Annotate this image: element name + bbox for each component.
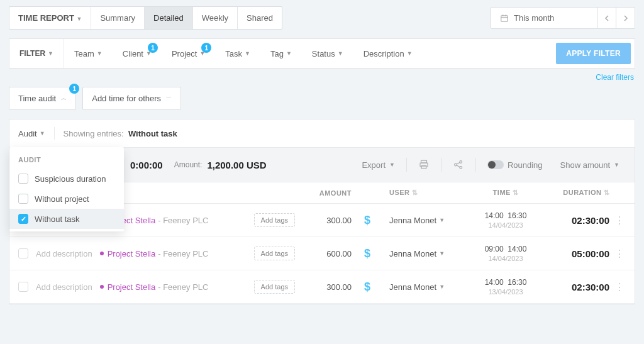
project-name[interactable]: Project Stella xyxy=(108,282,156,292)
chevron-down-icon: ▼ xyxy=(76,16,82,22)
share-icon xyxy=(453,159,464,170)
row-checkbox[interactable] xyxy=(18,248,28,258)
row-menu-button[interactable]: ⋮ xyxy=(609,214,628,226)
chevron-down-icon: ▼ xyxy=(614,162,619,168)
showing-entries: Showing entries: Without task xyxy=(64,129,177,138)
client-name: - Feeney PLC xyxy=(158,282,208,292)
export-button[interactable]: Export ▼ xyxy=(355,157,401,174)
audit-option-suspicious-duration[interactable]: Suspicious duration xyxy=(9,169,124,189)
duration-cell[interactable]: 02:30:00 xyxy=(547,282,609,292)
filter-status[interactable]: Status▼ xyxy=(302,39,353,68)
dollar-icon[interactable]: $ xyxy=(364,280,370,293)
date-range-button[interactable]: This month xyxy=(491,7,597,29)
user-cell[interactable]: Jenna Monet ▼ xyxy=(389,216,465,225)
add-time-label: Add time for others xyxy=(92,94,161,103)
showing-label: Showing entries: xyxy=(64,129,124,138)
svg-point-7 xyxy=(455,164,457,166)
filter-task[interactable]: Task▼ xyxy=(215,39,260,68)
col-user[interactable]: USER⇅ xyxy=(389,189,465,197)
filter-label-button[interactable]: FILTER ▼ xyxy=(9,39,64,68)
date-next-button[interactable] xyxy=(616,7,635,29)
tab-time-report[interactable]: TIME REPORT ▼ xyxy=(9,7,91,29)
time-audit-label: Time audit xyxy=(18,94,56,103)
date-range-label: This month xyxy=(514,13,554,23)
report-panel: Audit ▼ Showing entries: Without task AU… xyxy=(9,119,635,304)
table-row: Add description Project Stella - Feeney … xyxy=(9,237,635,270)
calendar-icon xyxy=(500,14,509,23)
audit-option-without-project[interactable]: Without project xyxy=(9,189,124,209)
filter-tag[interactable]: Tag▼ xyxy=(260,39,302,68)
tab-summary[interactable]: Summary xyxy=(91,7,145,29)
filter-label: FILTER xyxy=(19,49,45,58)
add-tags-button[interactable]: Add tags xyxy=(254,213,295,227)
add-time-for-others-button[interactable]: Add time for others ﹀ xyxy=(82,87,181,110)
chevron-down-icon: ▼ xyxy=(245,50,250,57)
time-audit-button[interactable]: Time audit ︿ 1 xyxy=(9,87,76,110)
description-input[interactable]: Add description xyxy=(36,249,92,258)
amount-cell: 300.00 xyxy=(295,282,364,292)
project-color-icon xyxy=(100,285,104,289)
report-tab-group: TIME REPORT ▼ Summary Detailed Weekly Sh… xyxy=(9,6,282,30)
rounding-toggle[interactable]: Rounding xyxy=(481,157,549,174)
audit-option-without-task[interactable]: Without task xyxy=(9,209,124,229)
chevron-down-icon: ▼ xyxy=(286,50,292,57)
audit-header-row: Audit ▼ Showing entries: Without task AU… xyxy=(9,119,635,148)
sort-icon: ⇅ xyxy=(513,189,519,196)
checkbox-checked-icon xyxy=(18,214,28,224)
clear-filters-link[interactable]: Clear filters xyxy=(596,73,634,82)
chevron-down-icon: ▼ xyxy=(338,50,343,57)
clear-filters-row: Clear filters xyxy=(9,69,635,82)
row-checkbox[interactable] xyxy=(18,282,28,292)
sort-icon: ⇅ xyxy=(604,189,610,196)
svg-rect-6 xyxy=(421,166,426,169)
audit-dropdown-button[interactable]: Audit ▼ xyxy=(18,127,55,140)
table-row: Add description Project Stella - Feeney … xyxy=(9,270,635,304)
col-time[interactable]: TIME⇅ xyxy=(465,189,547,197)
add-tags-button[interactable]: Add tags xyxy=(254,247,295,260)
tab-time-report-label: TIME REPORT xyxy=(18,13,74,23)
apply-filter-button[interactable]: APPLY FILTER xyxy=(556,43,631,64)
chevron-down-icon: ▼ xyxy=(439,217,445,223)
time-cell[interactable]: 14:00 16:30 13/04/2023 xyxy=(465,278,547,296)
audit-dropdown: AUDIT Suspicious duration Without projec… xyxy=(9,147,124,231)
add-tags-button[interactable]: Add tags xyxy=(254,280,295,294)
date-prev-button[interactable] xyxy=(597,7,616,29)
amount-label: Amount: xyxy=(174,160,203,169)
print-button[interactable] xyxy=(412,155,436,174)
filter-client-badge: 1 xyxy=(148,43,158,53)
filter-bar: FILTER ▼ Team▼ Client▼ 1 Project▼ 1 Task… xyxy=(9,38,635,69)
project-name[interactable]: Project Stella xyxy=(108,249,156,258)
amount-cell: 600.00 xyxy=(295,249,364,258)
client-name: - Feeney PLC xyxy=(158,216,208,225)
row-menu-button[interactable]: ⋮ xyxy=(609,248,628,260)
chevron-left-icon xyxy=(604,15,609,21)
tab-shared[interactable]: Shared xyxy=(238,7,282,29)
dollar-icon[interactable]: $ xyxy=(364,214,370,226)
show-amount-button[interactable]: Show amount ▼ xyxy=(554,157,626,174)
user-cell[interactable]: Jenna Monet ▼ xyxy=(389,249,465,258)
time-audit-badge: 1 xyxy=(69,84,79,94)
row-menu-button[interactable]: ⋮ xyxy=(609,281,628,293)
col-duration[interactable]: DURATION⇅ xyxy=(547,189,609,197)
time-cell[interactable]: 14:00 16:30 14/04/2023 xyxy=(465,211,547,229)
tab-detailed[interactable]: Detailed xyxy=(145,7,193,29)
duration-cell[interactable]: 02:30:00 xyxy=(547,215,609,226)
col-amount[interactable]: AMOUNT xyxy=(295,189,364,197)
time-cell[interactable]: 09:00 14:00 14/04/2023 xyxy=(465,245,547,262)
filter-project[interactable]: Project▼ 1 xyxy=(162,39,215,68)
filter-client[interactable]: Client▼ 1 xyxy=(113,39,162,68)
date-range-group: This month xyxy=(491,7,635,29)
dollar-icon[interactable]: $ xyxy=(364,247,370,260)
tab-weekly[interactable]: Weekly xyxy=(193,7,238,29)
chevron-down-icon: ▼ xyxy=(439,284,445,290)
chevron-down-icon: ﹀ xyxy=(166,94,172,103)
share-button[interactable] xyxy=(447,155,470,174)
filter-team[interactable]: Team▼ xyxy=(64,39,113,68)
chevron-down-icon: ▼ xyxy=(407,50,413,57)
secondary-toolbar: Time audit ︿ 1 Add time for others ﹀ xyxy=(9,87,635,110)
user-cell[interactable]: Jenna Monet ▼ xyxy=(389,282,465,292)
filter-description[interactable]: Description▼ xyxy=(353,39,423,68)
amount-value: 1,200.00 USD xyxy=(207,160,266,170)
duration-cell[interactable]: 05:00:00 xyxy=(547,248,609,259)
description-input[interactable]: Add description xyxy=(36,282,92,292)
